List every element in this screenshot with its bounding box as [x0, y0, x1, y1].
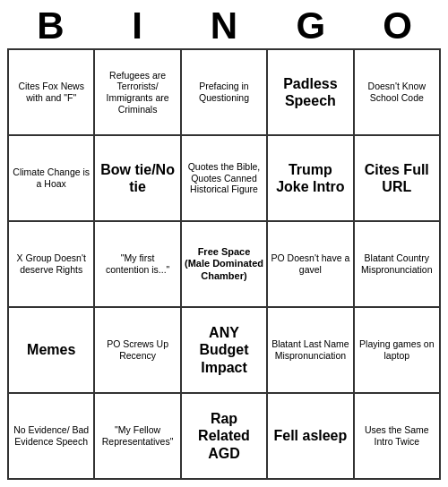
bingo-cell-9[interactable]: Cites Full URL	[354, 135, 440, 221]
bingo-title: B I N G O	[7, 7, 441, 45]
bingo-grid: Cites Fox News with and "F"Refugees are …	[7, 48, 441, 480]
bingo-cell-16[interactable]: PO Screws Up Recency	[94, 307, 180, 393]
bingo-cell-1[interactable]: Refugees are Terrorists/ Immigrants are …	[94, 49, 180, 135]
bingo-cell-7[interactable]: Quotes the Bible, Quotes Canned Historic…	[181, 135, 267, 221]
bingo-cell-5[interactable]: Climate Change is a Hoax	[8, 135, 94, 221]
bingo-cell-21[interactable]: "My Fellow Representatives"	[94, 393, 180, 479]
bingo-cell-4[interactable]: Doesn't Know School Code	[354, 49, 440, 135]
bingo-cell-19[interactable]: Playing games on laptop	[354, 307, 440, 393]
bingo-cell-2[interactable]: Prefacing in Questioning	[181, 49, 267, 135]
bingo-cell-18[interactable]: Blatant Last Name Mispronunciation	[267, 307, 353, 393]
bingo-cell-14[interactable]: Blatant Country Mispronunciation	[354, 221, 440, 307]
bingo-cell-22[interactable]: Rap Related AGD	[181, 393, 267, 479]
bingo-cell-10[interactable]: X Group Doesn't deserve Rights	[8, 221, 94, 307]
bingo-cell-17[interactable]: ANY Budget Impact	[181, 307, 267, 393]
bingo-cell-20[interactable]: No Evidence/ Bad Evidence Speech	[8, 393, 94, 479]
title-g: G	[267, 7, 354, 45]
bingo-cell-8[interactable]: Trump Joke Intro	[267, 135, 353, 221]
bingo-cell-6[interactable]: Bow tie/No tie	[94, 135, 180, 221]
title-o: O	[354, 7, 441, 45]
title-n: N	[181, 7, 268, 45]
bingo-cell-24[interactable]: Uses the Same Intro Twice	[354, 393, 440, 479]
bingo-cell-3[interactable]: Padless Speech	[267, 49, 353, 135]
title-i: I	[94, 7, 181, 45]
bingo-cell-23[interactable]: Fell asleep	[267, 393, 353, 479]
title-b: B	[7, 7, 94, 45]
bingo-cell-12[interactable]: Free Space (Male Dominated Chamber)	[181, 221, 267, 307]
bingo-cell-13[interactable]: PO Doesn't have a gavel	[267, 221, 353, 307]
bingo-cell-15[interactable]: Memes	[8, 307, 94, 393]
bingo-cell-0[interactable]: Cites Fox News with and "F"	[8, 49, 94, 135]
bingo-cell-11[interactable]: "My first contention is..."	[94, 221, 180, 307]
